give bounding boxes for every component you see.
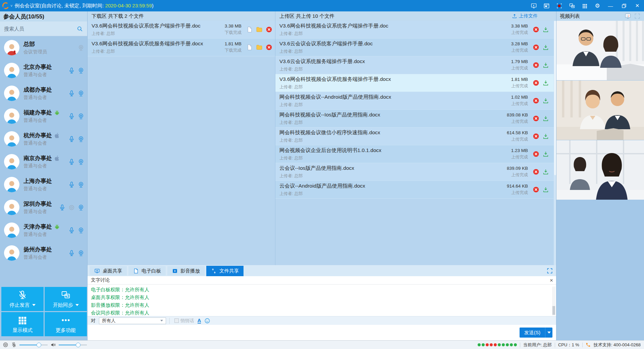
message-compose-area[interactable]: 发送(S) xyxy=(88,325,556,340)
mic-icon[interactable] xyxy=(59,204,66,211)
speaker-volume-slider[interactable] xyxy=(59,343,87,347)
mic-icon[interactable] xyxy=(68,227,75,234)
upload-file-link[interactable]: 上传文件 xyxy=(512,13,552,19)
camera-icon[interactable] xyxy=(77,136,85,143)
participant-row[interactable]: 福建办事处 普通与会者 xyxy=(0,105,87,128)
download-icon[interactable] xyxy=(542,26,549,33)
tab-whiteboard[interactable]: 电子白板 xyxy=(128,266,166,276)
video-thumbnail[interactable] xyxy=(556,21,644,80)
dual-monitor-icon[interactable]: 12 xyxy=(625,13,631,19)
whiteboard-icon[interactable] xyxy=(540,0,553,11)
participant-row[interactable]: 总部 会议管理员 xyxy=(0,36,87,59)
font-color-button[interactable]: A xyxy=(198,318,201,323)
participant-row[interactable]: 天津办事处 普通与会者 xyxy=(0,219,87,242)
tab-media-play[interactable]: 影音播放 xyxy=(167,266,205,276)
camera-icon[interactable] xyxy=(77,227,85,234)
participant-row[interactable]: 成都办事处 普通与会者 xyxy=(0,82,87,105)
mic-volume-slider[interactable] xyxy=(19,343,48,347)
upload-file-row-selected[interactable]: V3.6网会科技视频会议系统服务端操作手册.docx上传者: 总部 1.81 M… xyxy=(275,74,556,92)
download-icon[interactable] xyxy=(542,62,549,68)
video-thumbnail[interactable] xyxy=(556,81,644,140)
expand-icon[interactable] xyxy=(546,267,553,274)
mic-icon[interactable] xyxy=(68,90,75,97)
upload-file-row[interactable]: V3.6云会议系统服务端操作手册.docx上传者: 总部 1.79 MB上传完成 xyxy=(275,56,556,74)
camera-icon[interactable] xyxy=(77,204,85,211)
mic-muted-icon[interactable] xyxy=(11,342,17,348)
upload-file-row[interactable]: V3.6云会议会议系统客户端操作手册.doc上传者: 总部 3.28 MB上传完… xyxy=(275,39,556,56)
send-button[interactable]: 发送(S) xyxy=(520,328,552,338)
download-icon[interactable] xyxy=(542,80,549,86)
delete-icon[interactable] xyxy=(266,26,272,33)
tab-file-share[interactable]: 文件共享 xyxy=(206,266,244,276)
camera-off-icon[interactable] xyxy=(77,44,85,51)
open-file-icon[interactable] xyxy=(246,26,253,33)
delete-icon[interactable] xyxy=(533,62,539,68)
participant-row[interactable]: 深圳办事处 普通与会者 xyxy=(0,196,87,219)
mic-icon[interactable] xyxy=(68,136,75,143)
whisper-checkbox[interactable]: 悄悄话 xyxy=(169,318,194,324)
send-options-caret[interactable] xyxy=(545,328,552,338)
camera-icon[interactable] xyxy=(77,67,85,74)
camera-icon[interactable] xyxy=(77,181,85,188)
delete-icon[interactable] xyxy=(533,97,539,104)
mic-icon[interactable] xyxy=(68,67,75,74)
download-icon[interactable] xyxy=(542,133,549,140)
display-mode-icon[interactable] xyxy=(578,0,591,11)
close-icon[interactable]: × xyxy=(550,278,553,283)
delete-icon[interactable] xyxy=(533,168,539,175)
open-folder-icon[interactable] xyxy=(256,26,263,33)
participant-row[interactable]: 北京办事处 普通与会者 xyxy=(0,59,87,82)
tab-desktop-share[interactable]: 桌面共享 xyxy=(90,266,127,276)
upload-file-row[interactable]: 网会视频会议企业后台使用说明书1.0.1.docx上传者: 总部 1.23 MB… xyxy=(275,145,556,163)
settings-gear-icon[interactable]: ⚙ xyxy=(591,0,604,11)
download-icon[interactable] xyxy=(542,186,549,193)
emoji-icon[interactable] xyxy=(204,318,210,324)
upload-file-row[interactable]: V3.6网会科技视频会议系统客户端操作手册.doc上传者: 总部 3.38 MB… xyxy=(275,21,556,39)
stop-speaking-button[interactable]: 停止发言 xyxy=(1,287,44,311)
video-thumbnail[interactable] xyxy=(556,140,644,200)
upload-file-row[interactable]: 云会议--Ios版产品使用指南.docx上传者: 总部 839.09 KB上传完… xyxy=(275,163,556,181)
close-button[interactable]: ✕ xyxy=(631,0,644,11)
mic-icon[interactable] xyxy=(68,250,75,257)
minimize-button[interactable]: — xyxy=(604,0,617,11)
mic-icon[interactable] xyxy=(68,113,75,120)
display-mode-button[interactable]: 显示模式 xyxy=(1,312,44,336)
camera-icon[interactable] xyxy=(77,250,85,257)
camera-icon[interactable] xyxy=(77,90,85,97)
camera-icon[interactable] xyxy=(77,113,85,120)
participant-row[interactable]: 上海办事处 普通与会者 xyxy=(0,173,87,196)
dropdown-caret[interactable] xyxy=(32,304,36,306)
open-folder-icon[interactable] xyxy=(256,44,263,51)
speaker-volume-icon[interactable] xyxy=(50,342,56,348)
upload-file-row[interactable]: 云会议--Android版产品使用指南.docx上传者: 总部 914.64 K… xyxy=(275,181,556,199)
restore-button[interactable] xyxy=(617,0,631,11)
download-icon[interactable] xyxy=(542,115,549,122)
delete-icon[interactable] xyxy=(533,133,539,140)
upload-file-row[interactable]: 网会科技视频会议--Ios版产品使用指南.docx上传者: 总部 839.08 … xyxy=(275,110,556,128)
delete-icon[interactable] xyxy=(533,26,539,33)
download-icon[interactable] xyxy=(542,44,549,51)
camera-icon[interactable] xyxy=(77,158,85,165)
participant-row[interactable]: 扬州办事处 普通与会者 xyxy=(0,242,87,264)
sync-icon[interactable] xyxy=(566,0,578,11)
more-functions-button[interactable]: 更多功能 xyxy=(45,312,87,336)
participant-row[interactable]: 杭州办事处 普通与会者 xyxy=(0,128,87,150)
webcam-status-icon[interactable] xyxy=(3,342,8,348)
download-file-row[interactable]: V3.6网会科技视频会议系统服务端操作手册.docx 上传者: 总部 1.81 … xyxy=(88,39,275,56)
participant-row[interactable]: 南京办事处 普通与会者 xyxy=(0,150,87,173)
download-icon[interactable] xyxy=(542,151,549,157)
search-input[interactable] xyxy=(4,26,76,32)
chevron-down-icon[interactable]: ˅ xyxy=(10,4,12,8)
mic-icon[interactable] xyxy=(68,181,75,188)
fullscreen-icon[interactable] xyxy=(634,13,641,19)
recipient-select[interactable]: 所有人 xyxy=(99,317,166,324)
checkbox-icon[interactable] xyxy=(174,318,179,323)
download-icon[interactable] xyxy=(542,168,549,175)
record-icon[interactable] xyxy=(553,0,566,11)
delete-icon[interactable] xyxy=(533,186,539,193)
delete-icon[interactable] xyxy=(533,151,539,157)
search-icon[interactable] xyxy=(76,26,83,32)
download-file-row[interactable]: V3.6网会科技视频会议系统客户端操作手册.doc 上传者: 总部 3.38 M… xyxy=(88,21,275,39)
delete-icon[interactable] xyxy=(533,115,539,122)
delete-icon[interactable] xyxy=(266,44,272,51)
